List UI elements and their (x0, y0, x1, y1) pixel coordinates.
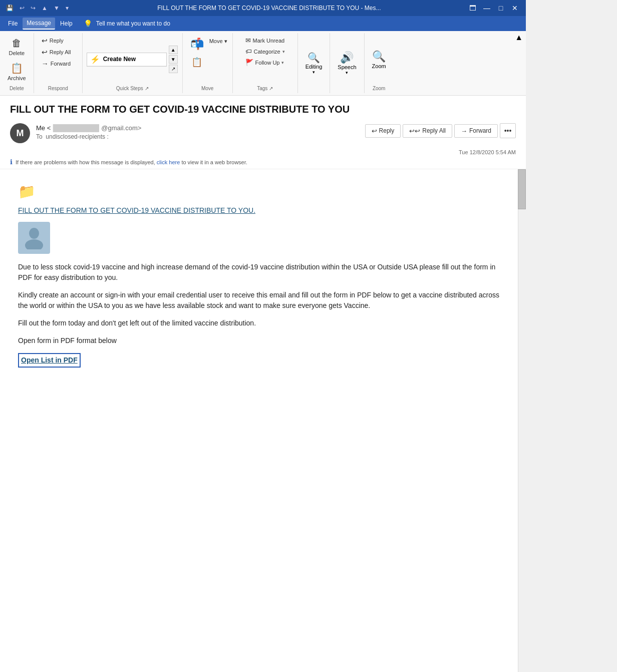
delete-icon: 🗑 (12, 38, 22, 49)
sender-name-line: Me < ██████████ @gmail.com> (36, 123, 359, 132)
undo-icon[interactable]: ↩ (18, 4, 27, 13)
quick-steps-expand[interactable]: ↗ (169, 65, 178, 73)
email-body-container: 📁 FILL OUT THE FORM TO GET COVID-19 VACC… (0, 169, 526, 672)
ribbon-collapse-button[interactable]: ▲ (515, 33, 523, 42)
move-group-label: Move (201, 86, 213, 91)
title-bar: 💾 ↩ ↪ ▲ ▼ ▾ FILL OUT THE FORM TO GET COV… (0, 0, 526, 16)
message-action-buttons: ↩ Reply ↩↩ Reply All → Forward ••• (365, 123, 516, 138)
sender-email: @gmail.com> (101, 124, 141, 132)
close-button[interactable]: ✕ (508, 1, 522, 15)
mark-unread-button[interactable]: ✉ Mark Unread (242, 35, 288, 46)
zoom-button[interactable]: 🔍 Zoom (369, 48, 390, 72)
sender-to: To undisclosed-recipients : (36, 133, 359, 140)
categorize-dropdown: ▾ (282, 49, 285, 54)
quick-steps-scroll-up[interactable]: ▲ (169, 46, 178, 54)
quick-steps-label: Quick Steps ↗ (116, 86, 149, 91)
email-paragraph-4: Open form in PDF format below (18, 335, 508, 346)
reply-all-ribbon-button[interactable]: ↩ Reply All (38, 47, 78, 58)
scroll-thumb[interactable] (518, 169, 526, 209)
ribbon-group-zoom: 🔍 Zoom Zoom (365, 33, 394, 93)
ribbon-group-editing: 🔍 Editing ▾ (298, 33, 331, 93)
expand-button[interactable]: 🗖 (466, 1, 480, 15)
security-text: If there are problems with how this mess… (16, 159, 247, 165)
rules-button[interactable]: 📋 (188, 54, 206, 70)
tags-expand-icon: ↗ (269, 86, 273, 91)
person-image-placeholder (18, 222, 50, 254)
redo-icon[interactable]: ↪ (29, 4, 38, 13)
more-actions-icon: ••• (504, 127, 512, 135)
lightbulb-icon: 💡 (84, 20, 92, 28)
message-subject: FILL OUT THE FORM TO GET COVID-19 VACCIN… (0, 96, 526, 119)
quick-steps-expand-icon: ↗ (145, 86, 149, 91)
security-link[interactable]: click here (157, 159, 180, 165)
move-label: Move ▾ (208, 37, 228, 46)
reply-icon: ↩ (42, 37, 48, 45)
scrollbar[interactable]: ▲ ▼ (518, 169, 526, 672)
ribbon-group-quick-steps: ⚡ Create New ▲ ▼ ↗ Quick Steps ↗ (83, 33, 183, 93)
email-paragraph-2: Kindly create an account or sign-in with… (18, 290, 508, 311)
follow-up-icon: 🚩 (245, 59, 253, 66)
ribbon-group-speech: 🔊 Speech ▾ (330, 33, 364, 93)
tags-group-label: Tags ↗ (257, 86, 273, 91)
window-buttons[interactable]: 🗖 — □ ✕ (466, 1, 522, 15)
sender-avatar: M (10, 123, 30, 143)
maximize-button[interactable]: □ (494, 1, 508, 15)
editing-icon: 🔍 (307, 52, 320, 64)
email-paragraph-1: Due to less stock covid-19 vaccine and h… (18, 262, 508, 283)
categorize-button[interactable]: 🏷 Categorize ▾ (242, 46, 288, 57)
email-paragraph-3: Fill out the form today and don't get le… (18, 318, 508, 328)
forward-ribbon-button[interactable]: → Forward (38, 58, 78, 69)
reply-ribbon-button[interactable]: ↩ Reply (38, 35, 78, 46)
ribbon: 🗑 Delete 📋 Archive Delete (0, 31, 526, 96)
main-container: FILL OUT THE FORM TO GET COVID-19 VACCIN… (0, 96, 526, 672)
forward-button[interactable]: → Forward (454, 124, 498, 138)
message-header: M Me < ██████████ @gmail.com> To undiscl… (0, 119, 526, 147)
quick-step-create-new[interactable]: ⚡ Create New (87, 53, 166, 66)
svg-point-0 (29, 228, 39, 239)
email-body: 📁 FILL OUT THE FORM TO GET COVID-19 VACC… (0, 169, 526, 380)
person-silhouette (24, 226, 44, 249)
editing-dropdown: ▾ (313, 70, 315, 75)
editing-button[interactable]: 🔍 Editing ▾ (302, 49, 326, 77)
info-icon: ℹ (10, 158, 13, 166)
menu-bar: File Message Help 💡 Tell me what you wan… (0, 16, 526, 31)
ribbon-collapse-icon: ▲ (515, 33, 523, 42)
email-subject-link[interactable]: FILL OUT THE FORM TO GET COVID-19 VACCIN… (18, 205, 508, 216)
reply-btn-icon: ↩ (372, 127, 377, 135)
ribbon-group-respond: ↩ Reply ↩ Reply All → Forward Respond (34, 33, 83, 93)
quick-steps-scroll-down[interactable]: ▼ (169, 55, 178, 64)
message-date: Tue 12/8/2020 5:54 AM (0, 149, 526, 155)
create-new-icon: ⚡ (90, 55, 100, 64)
follow-up-dropdown: ▾ (281, 60, 284, 65)
title-bar-controls[interactable]: 💾 ↩ ↪ ▲ ▼ ▾ (4, 4, 71, 13)
move-button[interactable]: 📬 (187, 35, 207, 53)
more-actions-button[interactable]: ••• (500, 123, 516, 138)
delete-button[interactable]: 🗑 Delete (5, 35, 28, 59)
menu-help[interactable]: Help (56, 18, 77, 29)
tell-me-input[interactable]: Tell me what you want to do (96, 20, 170, 27)
ribbon-group-move: 📬 📋 Move ▾ Move (183, 33, 233, 93)
delete-group-label: Delete (10, 86, 24, 91)
sender-info: Me < ██████████ @gmail.com> To undisclos… (36, 123, 359, 140)
reply-all-btn-icon: ↩↩ (409, 127, 420, 135)
up-icon[interactable]: ▲ (40, 4, 50, 13)
pdf-link[interactable]: Open List in PDF (18, 353, 81, 368)
categorize-icon: 🏷 (245, 48, 252, 55)
reply-button[interactable]: ↩ Reply (365, 124, 401, 138)
rules-icon: 📋 (191, 57, 202, 68)
zoom-group-label: Zoom (373, 86, 386, 91)
down-icon[interactable]: ▼ (52, 4, 62, 13)
archive-icon: 📋 (11, 62, 23, 74)
archive-button[interactable]: 📋 Archive (4, 60, 30, 84)
menu-file[interactable]: File (4, 18, 22, 29)
respond-group-label: Respond (48, 86, 68, 91)
speech-button[interactable]: 🔊 Speech ▾ (334, 49, 360, 78)
reply-all-button[interactable]: ↩↩ Reply All (403, 124, 452, 138)
minimize-button[interactable]: — (480, 1, 494, 15)
forward-icon: → (42, 60, 49, 68)
follow-up-button[interactable]: 🚩 Follow Up ▾ (242, 57, 288, 68)
speech-icon: 🔊 (340, 51, 354, 64)
menu-message[interactable]: Message (23, 18, 55, 30)
save-icon[interactable]: 💾 (4, 4, 16, 13)
dropdown-icon[interactable]: ▾ (64, 4, 71, 13)
